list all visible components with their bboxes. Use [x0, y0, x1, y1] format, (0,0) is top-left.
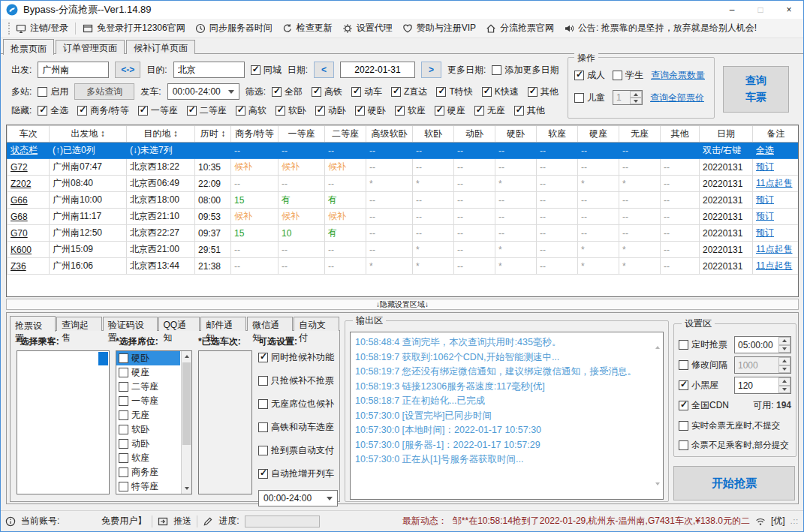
passenger-list-selection[interactable]: [98, 352, 108, 365]
depart-time-dropdown[interactable]: 00:00-24:00: [167, 83, 239, 100]
grab-time-range-dropdown[interactable]: 00:00-24:00: [258, 490, 338, 506]
settings-tab-验证码设置[interactable]: 验证码设置: [103, 317, 158, 331]
train-number[interactable]: G66: [8, 192, 50, 209]
toolbar-item-6[interactable]: 赞助与注册VIP: [402, 22, 476, 35]
no-seat-no-submit-checkbox[interactable]: 实时余票无座时,不提交: [679, 420, 780, 431]
seat-checkbox-商务座[interactable]: 商务座: [119, 466, 158, 479]
spinner-arrows[interactable]: [778, 377, 790, 393]
note-link[interactable]: 预订: [753, 209, 799, 225]
seat-listbox[interactable]: 硬卧硬座二等座一等座无座软卧动卧软座商务座特等座: [116, 350, 192, 494]
column-header-9[interactable]: 软卧: [413, 126, 454, 143]
settings-tab-微信通知[interactable]: 微信通知: [247, 317, 293, 331]
column-header-4[interactable]: 历时 ↕: [195, 126, 231, 143]
train-number[interactable]: G68: [8, 209, 50, 225]
column-header-3[interactable]: 目的地 ↕: [127, 126, 195, 143]
option-同时抢候补功能[interactable]: 同时抢候补功能: [258, 349, 339, 365]
seat-option-软卧[interactable]: 软卧: [116, 422, 180, 437]
note-link[interactable]: 预订: [753, 159, 799, 176]
note-link[interactable]: 预订: [753, 225, 799, 242]
option-自动抢增开列车[interactable]: 自动抢增开列车: [258, 465, 339, 482]
filter-checkbox-其他[interactable]: 其他: [528, 86, 559, 98]
train-row-G66[interactable]: G66广州南10:00北京西18:0008:0015有有------------…: [8, 192, 799, 209]
query-remaining-tickets-link[interactable]: 查询余票数量: [651, 69, 705, 82]
close-button[interactable]: ×: [775, 1, 803, 19]
seat-checkbox-一等座[interactable]: 一等座: [119, 395, 158, 407]
option-无座席位也候补[interactable]: 无座席位也候补: [258, 395, 339, 412]
seat-checkbox-硬卧[interactable]: 硬卧: [119, 352, 149, 365]
train-row-G70[interactable]: G70广州南12:50北京西22:2709:371510有-----------…: [8, 225, 799, 242]
settings-tab-抢票设置[interactable]: 抢票设置: [10, 316, 56, 332]
hide-checkbox-软卧[interactable]: 软卧: [276, 104, 306, 117]
filter-checkbox-T特快[interactable]: T特快: [436, 86, 472, 98]
timed-grab-checkbox[interactable]: 定时抢票: [679, 338, 727, 351]
hide-checkbox-商务/特等[interactable]: 商务/特等: [77, 104, 128, 117]
option-抢到票自动支付[interactable]: 抢到票自动支付: [258, 442, 339, 458]
page-tab-订单管理页面[interactable]: 订单管理页面: [56, 40, 125, 54]
hide-checkbox-一等座[interactable]: 一等座: [138, 104, 178, 117]
column-header-10[interactable]: 动卧: [454, 126, 495, 143]
train-row-Z202[interactable]: Z202广州08:40北京西06:4922:09------**--*--**-…: [8, 176, 799, 192]
filter-checkbox-K快速[interactable]: K快速: [482, 86, 519, 98]
seat-checkbox-特等座[interactable]: 特等座: [119, 480, 158, 493]
filter-checkbox-Z直达[interactable]: Z直达: [391, 86, 427, 98]
partial-submit-checkbox[interactable]: 余票不足乘客时,部分提交: [679, 440, 789, 451]
column-header-8[interactable]: 高级软卧: [366, 126, 413, 143]
note-link[interactable]: 预订: [753, 192, 799, 209]
settings-tab-查询起售[interactable]: 查询起售: [56, 317, 102, 331]
hide-checkbox-硬座[interactable]: 硬座: [435, 104, 465, 117]
passenger-listbox[interactable]: [17, 350, 110, 494]
swap-stations-button[interactable]: <->: [115, 62, 140, 78]
column-header-5[interactable]: 商务/特等: [231, 126, 279, 143]
depart-station-input[interactable]: [38, 62, 109, 78]
add-more-dates-checkbox[interactable]: 添加更多日期: [492, 64, 559, 77]
hide-checkbox-无座[interactable]: 无座: [474, 104, 505, 117]
column-header-11[interactable]: 硬卧: [495, 126, 537, 143]
seat-option-特等座[interactable]: 特等座: [116, 479, 180, 494]
hide-checkbox-软座[interactable]: 软座: [395, 104, 426, 117]
selected-trains-listbox[interactable]: [198, 350, 252, 494]
seat-checkbox-硬座[interactable]: 硬座: [119, 366, 149, 379]
date-next-button[interactable]: >: [421, 62, 441, 78]
multi-station-query-button[interactable]: 多站查询: [74, 83, 134, 100]
toolbar-item-3[interactable]: 同步服务器时间: [195, 22, 273, 35]
output-log[interactable]: 10:58:48:4 查询完毕，本次查询共用时:435毫秒。10:58:19:7…: [350, 332, 664, 500]
child-count-spinner[interactable]: 1: [613, 90, 643, 105]
hide-checkbox-二等座[interactable]: 二等座: [187, 104, 227, 117]
toolbar-item-2[interactable]: 免登录打开12306官网: [83, 22, 185, 35]
hide-checkbox-动卧[interactable]: 动卧: [315, 104, 346, 117]
filter-checkbox-动车[interactable]: 动车: [351, 86, 382, 98]
column-header-6[interactable]: 一等座: [279, 126, 325, 143]
column-header-12[interactable]: 软座: [537, 126, 578, 143]
student-checkbox[interactable]: 学生: [613, 69, 643, 82]
settings-tab-自动支付[interactable]: 自动支付: [294, 317, 339, 331]
train-row-Z36[interactable]: Z36广州16:06北京西13:4421:38------**--*--**--…: [8, 258, 799, 275]
train-number[interactable]: K600: [8, 242, 50, 258]
train-row-G72[interactable]: G72广州南07:47北京西18:2210:35候补候补候补----------…: [8, 159, 799, 176]
date-prev-button[interactable]: <: [314, 62, 334, 78]
train-row-K600[interactable]: K600广州15:09北京西21:0029:51--------*--*--**…: [8, 242, 799, 258]
filter-checkbox-高铁[interactable]: 高铁: [312, 86, 342, 98]
scroll-up-icon[interactable]: [655, 335, 660, 346]
train-row-G68[interactable]: G68广州南11:17北京西21:1009:53候补候补候补----------…: [8, 209, 799, 225]
date-input[interactable]: [340, 62, 415, 78]
scroll-down-icon[interactable]: [655, 485, 660, 496]
seat-option-硬座[interactable]: 硬座: [116, 365, 180, 380]
note-link[interactable]: 11点起售: [753, 176, 799, 192]
option-只抢候补不抢票[interactable]: 只抢候补不抢票: [258, 372, 339, 389]
column-header-2[interactable]: 出发地 ↕: [50, 126, 127, 143]
query-tickets-button[interactable]: 查询车票: [723, 66, 789, 113]
seat-option-硬卧[interactable]: 硬卧: [116, 351, 180, 365]
timed-grab-spinner[interactable]: 05:00:00: [734, 336, 791, 353]
settings-tab-邮件通知[interactable]: 邮件通知: [200, 317, 246, 331]
destination-station-input[interactable]: [173, 62, 245, 78]
scroll-down-icon[interactable]: [182, 483, 191, 494]
note-link[interactable]: 全选: [753, 143, 799, 159]
hide-checkbox-其他[interactable]: 其他: [514, 104, 545, 117]
toolbar-item-4[interactable]: 检查更新: [282, 22, 333, 35]
column-header-13[interactable]: 硬座: [578, 126, 619, 143]
hide-checkbox-全选[interactable]: 全选: [38, 104, 68, 117]
train-number[interactable]: Z36: [8, 258, 50, 275]
toolbar-item-1[interactable]: 注销/登录: [16, 22, 68, 35]
column-header-15[interactable]: 其他: [661, 126, 700, 143]
scrollbar-thumb[interactable]: [182, 362, 191, 445]
